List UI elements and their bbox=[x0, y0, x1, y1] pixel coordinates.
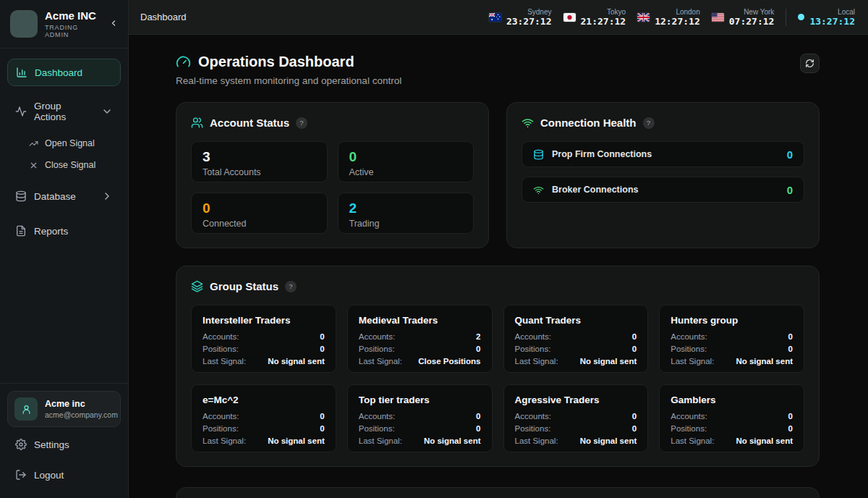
topbar: Dashboard Sydney 23:27:12 Tokyo 21:27:12 bbox=[129, 0, 868, 35]
stat-value: 2 bbox=[349, 201, 463, 217]
group-name: Agressive Traders bbox=[515, 394, 637, 405]
group-tile: Intersteller Traders Accounts: 0 Positio… bbox=[191, 305, 336, 373]
group-field-value: 0 bbox=[320, 345, 324, 353]
world-clocks: Sydney 23:27:12 Tokyo 21:27:12 London bbox=[489, 8, 855, 27]
group-field-value: 0 bbox=[632, 424, 637, 433]
sidebar-nav: Dashboard Group Actions Open Signal Clos… bbox=[0, 48, 128, 383]
stat-value: 0 bbox=[349, 149, 463, 166]
gear-icon bbox=[15, 439, 27, 450]
chevron-right-icon bbox=[101, 190, 113, 202]
group-field-value: 0 bbox=[788, 332, 793, 341]
layers-icon bbox=[191, 280, 203, 292]
group-field-value: 0 bbox=[320, 332, 324, 341]
group-field-value: No signal sent bbox=[580, 436, 637, 445]
sidebar-item-open-signal[interactable]: Open Signal bbox=[7, 132, 121, 154]
activity-icon bbox=[15, 106, 27, 117]
brand-logo bbox=[10, 10, 38, 38]
stat-total-accounts: 3 Total Accounts bbox=[191, 141, 328, 182]
app-root: Acme INC TRADING ADMIN Dashboard Group A… bbox=[0, 0, 868, 498]
sidebar-item-label: Reports bbox=[34, 226, 113, 237]
wifi-icon bbox=[522, 117, 534, 129]
prop-firm-connections-row: Prop Firm Connections 0 bbox=[522, 141, 804, 167]
page-subtitle: Real-time system monitoring and operatio… bbox=[176, 75, 401, 86]
group-name: Medieval Traders bbox=[359, 315, 481, 326]
group-field-value: 0 bbox=[632, 332, 637, 341]
group-field-label: Last Signal: bbox=[515, 357, 558, 366]
sidebar-item-reports[interactable]: Reports bbox=[7, 218, 121, 244]
group-field-label: Positions: bbox=[203, 345, 239, 353]
stat-connected: 0 Connected bbox=[191, 193, 328, 234]
flag-uk-icon bbox=[637, 13, 650, 22]
clock-sydney: Sydney 23:27:12 bbox=[489, 8, 552, 27]
group-field-value: 0 bbox=[476, 424, 480, 433]
group-field-value: 0 bbox=[788, 412, 793, 421]
group-field-label: Last Signal: bbox=[359, 357, 402, 366]
card-title: Group Status bbox=[210, 280, 278, 292]
clock-new-york: New York 07:27:12 bbox=[712, 8, 775, 27]
group-name: Hunters group bbox=[671, 315, 793, 326]
user-name: Acme inc bbox=[45, 399, 118, 410]
connection-value: 0 bbox=[787, 148, 793, 161]
logout-icon bbox=[15, 469, 27, 481]
group-field-value: No signal sent bbox=[268, 436, 325, 445]
sidebar-collapse-button[interactable] bbox=[108, 17, 119, 31]
help-icon[interactable]: ? bbox=[285, 281, 297, 292]
stat-label: Total Accounts bbox=[203, 167, 316, 177]
help-icon[interactable]: ? bbox=[643, 117, 655, 129]
brand-name: Acme INC bbox=[45, 9, 101, 22]
user-profile-card[interactable]: Acme inc acme@company.com bbox=[7, 391, 121, 427]
group-field-label: Accounts: bbox=[671, 412, 707, 421]
help-icon[interactable]: ? bbox=[296, 117, 307, 129]
sidebar-item-close-signal[interactable]: Close Signal bbox=[7, 154, 121, 176]
group-field-value: 0 bbox=[788, 424, 793, 433]
stat-value: 3 bbox=[203, 149, 316, 166]
sidebar-item-dashboard[interactable]: Dashboard bbox=[7, 59, 121, 86]
sidebar-item-label: Open Signal bbox=[45, 138, 95, 148]
sidebar-item-label: Database bbox=[34, 191, 94, 202]
sidebar-item-label: Group Actions bbox=[34, 101, 94, 122]
sidebar-item-database[interactable]: Database bbox=[7, 183, 121, 209]
group-field-value: 2 bbox=[476, 332, 480, 341]
x-icon bbox=[29, 161, 38, 170]
stat-active: 0 Active bbox=[338, 141, 475, 182]
group-field-value: 0 bbox=[632, 412, 637, 421]
card-title: Connection Health bbox=[540, 117, 637, 129]
sidebar-item-group-actions[interactable]: Group Actions bbox=[7, 93, 121, 130]
group-field-value: No signal sent bbox=[736, 436, 793, 445]
users-icon bbox=[191, 117, 203, 129]
refresh-button[interactable] bbox=[800, 54, 820, 73]
page-title: Operations Dashboard bbox=[198, 54, 354, 70]
sidebar-item-label: Dashboard bbox=[35, 67, 112, 78]
sidebar-item-settings[interactable]: Settings bbox=[7, 431, 121, 457]
group-field-label: Positions: bbox=[203, 424, 239, 433]
avatar bbox=[14, 397, 38, 421]
group-field-value: No signal sent bbox=[580, 357, 637, 366]
group-tile: Gamblers Accounts: 0 Positions: 0 Last S… bbox=[659, 384, 804, 452]
clock-london: London 12:27:12 bbox=[637, 8, 700, 27]
clock-city: Local bbox=[809, 8, 855, 16]
latest-news-card: Latest News This Week bbox=[176, 487, 820, 498]
chevron-down-icon bbox=[101, 106, 113, 117]
sidebar-footer: Acme inc acme@company.com Settings Logou… bbox=[0, 383, 128, 498]
group-field-value: No signal sent bbox=[424, 436, 481, 445]
stat-label: Trading bbox=[349, 219, 463, 229]
local-clock-dot-icon bbox=[798, 14, 804, 20]
group-field-label: Positions: bbox=[515, 424, 551, 433]
flag-usa-icon bbox=[712, 13, 724, 22]
clock-time: 21:27:12 bbox=[581, 16, 626, 27]
clock-city: London bbox=[655, 8, 700, 16]
connection-label: Broker Connections bbox=[552, 185, 779, 195]
wifi-icon bbox=[533, 185, 544, 195]
group-field-label: Last Signal: bbox=[203, 436, 246, 445]
connection-value: 0 bbox=[787, 184, 793, 196]
sidebar-item-logout[interactable]: Logout bbox=[7, 462, 121, 488]
file-text-icon bbox=[15, 225, 27, 237]
refresh-icon bbox=[805, 59, 814, 68]
clock-time: 12:27:12 bbox=[655, 16, 700, 27]
group-field-label: Positions: bbox=[671, 424, 707, 433]
connection-health-card: Connection Health ? Prop Firm Connection… bbox=[506, 102, 820, 248]
clock-city: Tokyo bbox=[581, 8, 626, 16]
group-field-label: Positions: bbox=[359, 424, 395, 433]
group-field-value: 0 bbox=[476, 345, 480, 353]
group-tile: Hunters group Accounts: 0 Positions: 0 L… bbox=[659, 305, 804, 373]
